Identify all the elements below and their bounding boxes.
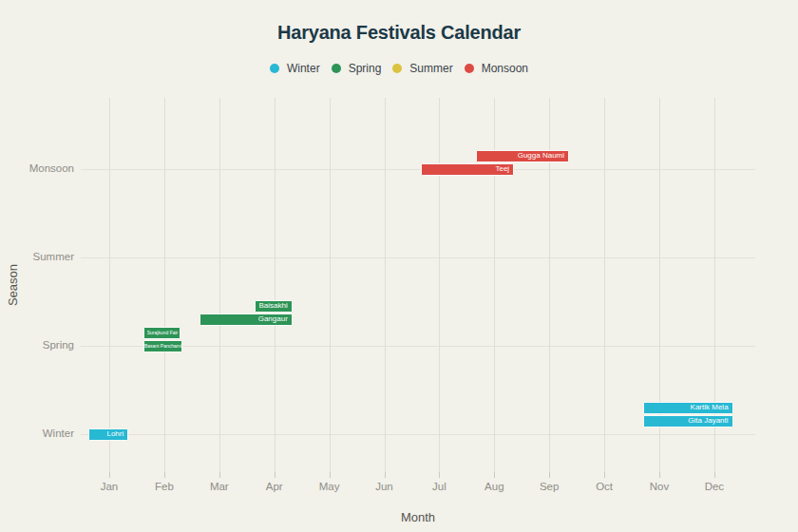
gridline-v [604, 98, 605, 472]
x-tick-mark [219, 472, 220, 478]
festival-bar[interactable]: Gangaur [200, 314, 293, 326]
gridline-v [219, 98, 220, 472]
festival-bar[interactable]: Gugga Naumi [476, 150, 569, 162]
x-tick-mark [604, 472, 605, 478]
gridline-v [385, 98, 386, 472]
festival-bar[interactable]: Teej [421, 163, 514, 176]
festival-bar-label: Basant Panchami [144, 341, 181, 351]
x-tick-label: Mar [191, 481, 248, 492]
x-tick-label: Nov [631, 481, 688, 492]
y-tick-label: Summer [0, 251, 74, 262]
festival-bar[interactable]: Surajkund Fair [143, 327, 180, 339]
x-tick-label: Jul [410, 481, 467, 492]
chart-root: Haryana Festivals Calendar WinterSpringS… [0, 0, 798, 532]
gridline-v [439, 98, 440, 472]
festival-bar[interactable]: Baisakhi [255, 300, 293, 313]
gridline-v [164, 98, 165, 472]
x-tick-mark [549, 472, 550, 478]
x-tick-label: Jan [81, 481, 138, 492]
y-axis-title: Season [6, 264, 20, 306]
gridline-v [275, 98, 276, 472]
gridline-h [81, 434, 755, 435]
gridline-v [330, 98, 331, 472]
x-tick-label: Feb [136, 481, 193, 492]
x-tick-mark [109, 472, 110, 478]
festival-bar-label: Gangaur [258, 314, 292, 324]
y-tick-label: Monsoon [0, 162, 74, 174]
festival-bar-label: Baisakhi [259, 301, 292, 311]
x-tick-label: Apr [246, 481, 303, 492]
x-tick-mark [714, 472, 715, 478]
festival-bar[interactable]: Lohri [88, 428, 128, 441]
festival-bar-label: Kartik Mela [691, 403, 732, 412]
x-tick-label: Sep [521, 481, 578, 492]
x-axis-title: Month [81, 510, 755, 524]
gridline-v [109, 98, 110, 472]
festival-bar[interactable]: Basant Panchami [143, 340, 182, 352]
y-tick-label: Winter [0, 428, 74, 439]
x-tick-mark [494, 472, 495, 478]
x-tick-label: Dec [686, 481, 743, 492]
festival-bar[interactable]: Kartik Mela [643, 402, 732, 414]
x-tick-label: Jun [356, 481, 413, 492]
gridline-h [81, 257, 755, 258]
x-tick-mark [275, 472, 276, 478]
x-tick-label: Oct [576, 481, 633, 492]
festival-bar-label: Lohri [106, 429, 127, 439]
x-tick-mark [330, 472, 331, 478]
x-tick-mark [439, 472, 440, 478]
gridline-h [81, 169, 755, 170]
x-tick-label: Aug [466, 481, 522, 492]
festival-bar[interactable]: Gita Jayanti [643, 415, 732, 428]
festival-bar-label: Teej [495, 164, 513, 174]
y-tick-label: Spring [0, 339, 74, 351]
x-tick-mark [385, 472, 386, 478]
plot-area: MonsoonSummerSpringWinterJanFebMarAprMay… [0, 0, 798, 532]
x-tick-label: May [301, 481, 358, 492]
festival-bar-label: Gita Jayanti [688, 416, 732, 426]
x-tick-mark [164, 472, 165, 478]
festival-bar-label: Surajkund Fair [147, 328, 180, 337]
festival-bar-label: Gugga Naumi [518, 151, 568, 161]
x-tick-mark [659, 472, 660, 478]
